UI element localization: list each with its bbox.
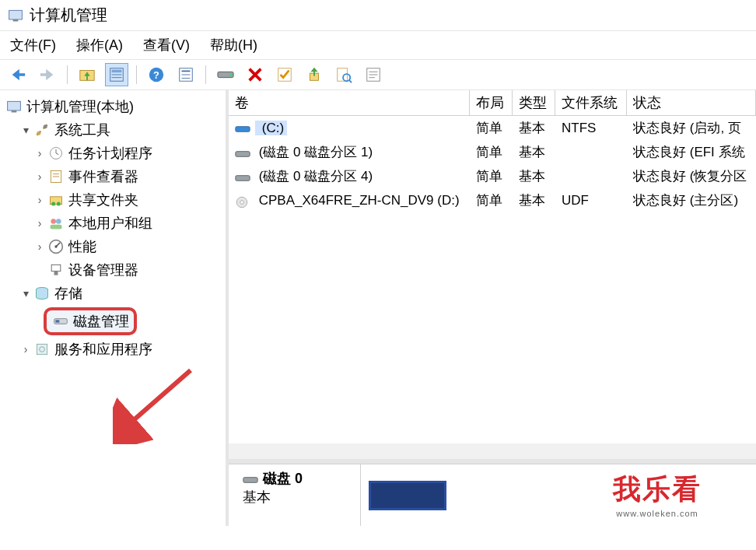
svg-rect-45	[37, 344, 47, 354]
tree-spacer	[33, 264, 47, 276]
chevron-right-icon[interactable]: ›	[33, 170, 47, 183]
help-button[interactable]: ?	[145, 63, 168, 86]
arrow-annotation	[113, 366, 206, 444]
tree-performance-label: 性能	[68, 237, 96, 256]
svg-rect-25	[12, 110, 17, 113]
svg-point-27	[44, 124, 47, 128]
chevron-right-icon[interactable]: ›	[33, 147, 47, 159]
col-volume[interactable]: 卷	[229, 90, 470, 115]
nav-back-button[interactable]	[6, 63, 30, 86]
menu-view[interactable]: 查看(V)	[137, 33, 196, 58]
delete-button[interactable]	[243, 63, 267, 86]
svg-rect-47	[236, 127, 250, 132]
title-bar: 计算机管理	[0, 0, 756, 31]
tree-panel[interactable]: 计算机管理(本地) ▾ 系统工具 › 任务计划程序 ›	[0, 90, 229, 526]
svg-rect-49	[236, 175, 250, 180]
watermark-text: 我乐看	[613, 471, 702, 509]
toolbar-separator	[136, 65, 137, 84]
chevron-right-icon[interactable]: ›	[33, 217, 47, 229]
tree-device-manager-label: 设备管理器	[68, 261, 138, 279]
svg-point-51	[240, 201, 244, 205]
svg-rect-52	[243, 478, 257, 483]
tree-device-manager[interactable]: 设备管理器	[31, 258, 222, 282]
tree-root[interactable]: 计算机管理(本地)	[3, 95, 222, 118]
chevron-down-icon[interactable]: ▾	[19, 287, 33, 300]
tools-icon	[33, 121, 51, 139]
volume-row[interactable]: (磁盘 0 磁盘分区 1)简单基本状态良好 (EFI 系统	[229, 140, 756, 164]
svg-rect-37	[51, 225, 62, 229]
disk-layout-panel: 磁盘 0 基本 我乐看 www.woleken.com	[229, 464, 756, 526]
check-button[interactable]	[273, 63, 296, 86]
col-type[interactable]: 类型	[513, 90, 555, 115]
properties-button[interactable]	[362, 63, 385, 86]
nav-forward-button[interactable]	[36, 63, 59, 86]
toolbar-separator	[67, 65, 68, 84]
svg-point-39	[54, 245, 57, 247]
svg-line-19	[348, 79, 352, 82]
toolbar: ?	[0, 59, 756, 90]
tree-local-users[interactable]: › 本地用户和组	[31, 212, 222, 235]
disk-type: 基本	[243, 488, 346, 506]
tree-services-apps-label: 服务和应用程序	[54, 340, 152, 359]
menu-help[interactable]: 帮助(H)	[204, 33, 264, 58]
performance-icon	[47, 237, 65, 256]
search-icon[interactable]	[332, 63, 355, 86]
view-list-button[interactable]	[105, 63, 128, 86]
volume-row[interactable]: CPBA_X64FRE_ZH-CN_DV9 (D:)简单基本UDF状态良好 (主…	[229, 188, 756, 212]
cd-icon	[235, 195, 250, 206]
tree-shared-folders[interactable]: › 共享文件夹	[31, 188, 222, 212]
chevron-right-icon[interactable]: ›	[33, 240, 47, 253]
storage-icon	[33, 284, 51, 303]
col-filesystem[interactable]: 文件系统	[555, 90, 627, 115]
tree-performance[interactable]: › 性能	[31, 235, 222, 258]
svg-rect-1	[13, 19, 19, 22]
menu-file[interactable]: 文件(F)	[4, 33, 62, 58]
svg-rect-40	[51, 264, 61, 271]
tree-system-tools[interactable]: ▾ 系统工具	[17, 118, 222, 142]
col-status[interactable]: 状态	[627, 90, 756, 115]
window-title: 计算机管理	[30, 5, 107, 26]
svg-rect-48	[236, 151, 250, 156]
hd-icon	[235, 172, 250, 183]
tree-task-scheduler[interactable]: › 任务计划程序	[31, 142, 222, 165]
volume-row[interactable]: (磁盘 0 磁盘分区 4)简单基本状态良好 (恢复分区	[229, 164, 756, 188]
tree-storage[interactable]: ▾ 存储	[17, 282, 222, 305]
tree-event-viewer-label: 事件查看器	[68, 167, 138, 186]
tree-system-tools-label: 系统工具	[54, 121, 110, 139]
services-icon	[33, 340, 51, 359]
chevron-down-icon[interactable]: ▾	[19, 124, 33, 136]
hd-icon	[235, 123, 250, 134]
disk-icon[interactable]	[214, 63, 237, 86]
highlight-annotation: 磁盘管理	[44, 307, 137, 335]
disk-summary[interactable]: 磁盘 0 基本	[229, 464, 361, 526]
svg-rect-44	[55, 320, 59, 322]
toolbar-separator	[205, 65, 206, 84]
svg-point-33	[51, 202, 55, 206]
disk-name: 磁盘 0	[263, 469, 303, 488]
clock-icon	[47, 144, 65, 163]
svg-rect-0	[9, 10, 23, 19]
shared-folder-icon	[47, 191, 65, 209]
chevron-right-icon[interactable]: ›	[19, 343, 33, 356]
col-layout[interactable]: 布局	[470, 90, 513, 115]
tree-services-apps[interactable]: › 服务和应用程序	[17, 338, 222, 361]
export-up-button[interactable]	[303, 63, 326, 86]
menu-action[interactable]: 操作(A)	[70, 33, 129, 58]
folder-up-button[interactable]	[75, 63, 99, 86]
chevron-right-icon[interactable]: ›	[33, 194, 47, 206]
tree-storage-label: 存储	[54, 284, 82, 303]
svg-point-35	[51, 219, 56, 224]
tree-root-label: 计算机管理(本地)	[26, 97, 134, 116]
users-icon	[47, 214, 65, 233]
volume-list-panel: 卷 布局 类型 文件系统 状态 (C:)简单基本NTFS状态良好 (启动, 页 …	[229, 90, 756, 526]
disk-management-icon	[51, 312, 70, 331]
horizontal-scrollbar[interactable]	[229, 443, 756, 459]
tree-disk-management-label: 磁盘管理	[73, 312, 129, 331]
watermark: 我乐看 www.woleken.com	[613, 471, 702, 518]
list-body[interactable]: (C:)简单基本NTFS状态良好 (启动, 页 (磁盘 0 磁盘分区 1)简单基…	[229, 116, 756, 443]
tree-event-viewer[interactable]: › 事件查看器	[31, 165, 222, 188]
tree-disk-management[interactable]: 磁盘管理	[31, 305, 222, 338]
partition-block[interactable]	[369, 481, 446, 510]
volume-row[interactable]: (C:)简单基本NTFS状态良好 (启动, 页	[229, 116, 756, 140]
view-details-button[interactable]	[174, 63, 198, 86]
